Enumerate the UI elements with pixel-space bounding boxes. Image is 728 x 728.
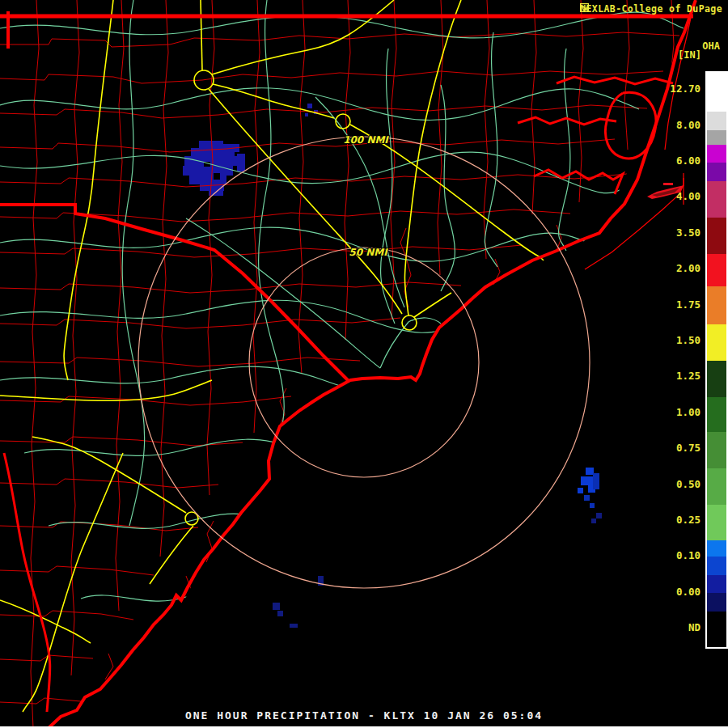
color-scale-value-label: 1.50: [676, 334, 700, 346]
color-scale-segment: [707, 218, 726, 254]
color-scale-segment: [707, 145, 726, 163]
color-scale-value-label: ND: [688, 621, 700, 633]
color-scale-value-label: 0.25: [676, 514, 700, 526]
color-scale-value-label: 2.00: [676, 262, 700, 274]
color-scale-value-label: 3.50: [676, 226, 700, 239]
color-scale-value-label: 4.00: [676, 190, 700, 202]
brand: NEXLAB-College of DuPage: [580, 3, 722, 15]
color-scale-value-label: 0.10: [676, 549, 700, 561]
highways: [0, 0, 544, 712]
color-scale-segment: [707, 163, 726, 181]
range-ring-100nmi: [138, 137, 590, 588]
color-scale-segment: [707, 575, 726, 593]
color-scale-value-label: 1.25: [676, 370, 700, 382]
range-ring-50nmi: [249, 248, 479, 477]
precip-echo-inland-trace: [183, 104, 318, 196]
product-units-label: [IN]: [678, 49, 701, 61]
radar-map-canvas: 100 NMI 50 NMI: [0, 0, 728, 728]
color-scale-segment: [707, 540, 726, 557]
color-scale-value-label: 1.00: [676, 406, 700, 418]
color-scale-segment: [707, 397, 726, 432]
color-scale-segment: [707, 181, 726, 218]
color-scale-value-label: 0.75: [676, 442, 700, 454]
color-scale-segment: [707, 324, 726, 361]
color-scale-value-label: 0.50: [676, 478, 700, 490]
color-scale-segment: [707, 593, 726, 612]
color-scale-value-label: 6.00: [676, 154, 700, 167]
color-scale-value-label: 0.00: [676, 586, 700, 598]
color-scale-value-label: 8.00: [676, 119, 700, 131]
range-ring-label-50: 50 NMI: [349, 247, 388, 258]
range-rings: [138, 137, 590, 588]
color-scale-value-label: 1.75: [676, 298, 700, 311]
cod-logo-icon: [580, 3, 589, 12]
color-scale-segment: [707, 130, 726, 145]
color-scale-value-label: 12.70: [670, 83, 700, 95]
radar-map-page: 100 NMI 50 NMI NEXLAB-College of DuPage …: [0, 0, 728, 728]
pamlico-sound: [605, 92, 656, 159]
color-scale-segment: [707, 468, 726, 505]
county-boundaries: [0, 0, 679, 728]
product-caption: ONE HOUR PRECIPITATION - KLTX 10 JAN 26 …: [0, 709, 728, 722]
color-scale-segment: [707, 505, 726, 540]
color-scale-segment: [707, 557, 726, 575]
color-scale-segment: [707, 286, 726, 324]
brand-text: NEXLAB-College of DuPage: [580, 3, 722, 15]
albemarle-sound: [557, 77, 673, 84]
precip-echo-offshore-blue: [273, 468, 602, 628]
color-scale-segment: [707, 612, 726, 647]
color-scale-segment: [707, 361, 726, 397]
range-ring-label-100: 100 NMI: [343, 134, 389, 146]
coastline: [4, 0, 696, 728]
color-scale-segment: [707, 112, 726, 130]
neuse-river: [534, 170, 623, 194]
color-scale-segment: [707, 254, 726, 286]
color-scale-segment: [707, 432, 726, 468]
color-scale-segment: [707, 73, 726, 112]
product-code-label: OHA: [702, 40, 720, 52]
color-scale-bar: [705, 71, 728, 649]
